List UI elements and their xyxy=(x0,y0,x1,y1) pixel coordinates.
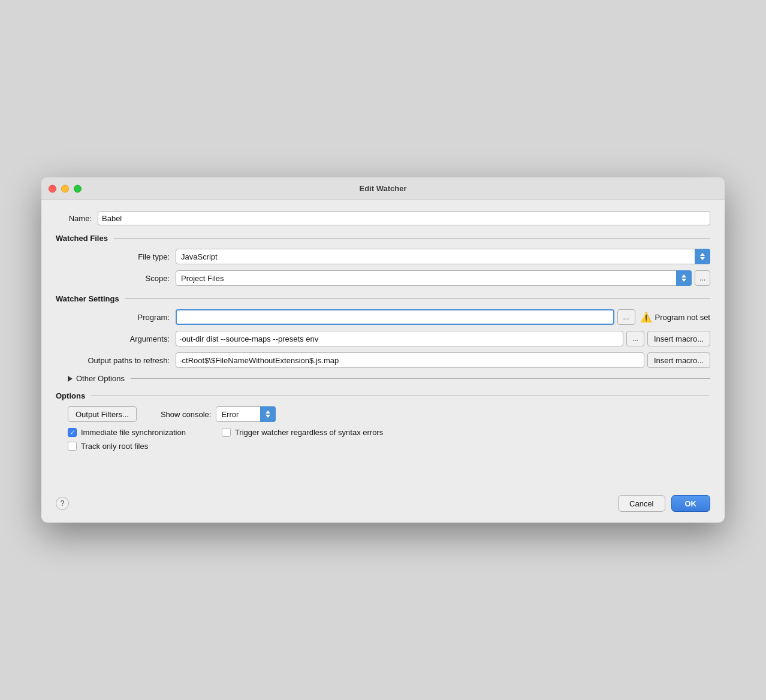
warning-text: Program not set xyxy=(655,313,711,322)
options-divider xyxy=(91,396,710,396)
program-dots-button[interactable]: ... xyxy=(617,309,635,325)
arguments-dots-button[interactable]: ... xyxy=(626,331,644,346)
other-options-divider xyxy=(131,378,710,379)
trigger-watcher-label: Trigger watcher regardless of syntax err… xyxy=(235,428,383,437)
options-section: Options Output Filters... Show console: … xyxy=(56,391,710,455)
warning-icon: ⚠️ xyxy=(640,312,652,323)
watcher-settings-header: Watcher Settings xyxy=(56,294,710,303)
name-input[interactable] xyxy=(98,211,710,225)
warning-area: ⚠️ Program not set xyxy=(640,312,711,323)
titlebar: Edit Watcher xyxy=(41,177,725,200)
immediate-sync-label: Immediate file synchronization xyxy=(81,428,186,437)
bottom-bar: ? Cancel OK xyxy=(41,485,725,523)
program-row: Program: ... ⚠️ Program not set xyxy=(68,309,710,325)
output-filters-button[interactable]: Output Filters... xyxy=(68,406,137,422)
watched-files-body: File type: JavaScript Scope: Project F xyxy=(56,249,710,286)
track-root-row: Track only root files xyxy=(68,442,186,451)
name-row: Name: xyxy=(56,211,710,225)
help-button[interactable]: ? xyxy=(56,497,69,510)
show-console-area: Show console: Always Error Never xyxy=(161,406,276,422)
right-checkboxes: Trigger watcher regardless of syntax err… xyxy=(222,428,383,455)
scope-select-wrapper: Project Files xyxy=(176,270,692,286)
other-options-label[interactable]: Other Options xyxy=(76,374,125,383)
output-paths-label: Output paths to refresh: xyxy=(68,356,170,365)
trigger-watcher-checkbox[interactable] xyxy=(222,428,231,437)
watched-files-header: Watched Files xyxy=(56,234,710,243)
traffic-lights xyxy=(49,185,82,192)
track-root-label: Track only root files xyxy=(81,442,148,451)
maximize-button[interactable] xyxy=(74,185,82,192)
file-type-select[interactable]: JavaScript xyxy=(176,249,710,264)
close-button[interactable] xyxy=(49,185,56,192)
file-type-select-wrapper: JavaScript xyxy=(176,249,710,264)
checkboxes-area: ✓ Immediate file synchronization Track o… xyxy=(68,428,710,455)
console-select[interactable]: Always Error Never xyxy=(216,406,276,422)
watcher-settings-title: Watcher Settings xyxy=(56,294,119,303)
bottom-right-buttons: Cancel OK xyxy=(618,495,710,512)
arguments-insert-macro-button[interactable]: Insert macro... xyxy=(647,331,710,346)
other-options-row[interactable]: Other Options xyxy=(56,374,710,383)
track-root-checkbox[interactable] xyxy=(68,442,77,451)
program-label: Program: xyxy=(68,313,170,322)
main-window: Edit Watcher Name: Watched Files File ty… xyxy=(41,177,725,523)
content-area: Name: Watched Files File type: JavaScrip… xyxy=(41,200,725,467)
window-title: Edit Watcher xyxy=(360,184,407,193)
options-header: Options xyxy=(56,391,710,400)
other-options-triangle[interactable] xyxy=(68,376,73,382)
watcher-settings-body: Program: ... ⚠️ Program not set Argument… xyxy=(56,309,710,368)
scope-select[interactable]: Project Files xyxy=(176,270,692,286)
immediate-sync-row: ✓ Immediate file synchronization xyxy=(68,428,186,437)
watcher-settings-divider xyxy=(125,298,710,299)
options-body: Output Filters... Show console: Always E… xyxy=(56,406,710,455)
cancel-button[interactable]: Cancel xyxy=(618,495,665,512)
options-title: Options xyxy=(56,391,85,400)
minimize-button[interactable] xyxy=(61,185,69,192)
program-input[interactable] xyxy=(176,309,614,325)
console-select-wrapper: Always Error Never xyxy=(216,406,276,422)
output-paths-insert-macro-button[interactable]: Insert macro... xyxy=(647,352,710,368)
name-label: Name: xyxy=(56,214,92,223)
file-type-label: File type: xyxy=(68,252,170,261)
show-console-label: Show console: xyxy=(161,410,212,419)
left-checkboxes: ✓ Immediate file synchronization Track o… xyxy=(68,428,186,455)
scope-row: Scope: Project Files ... xyxy=(68,270,710,286)
output-paths-row: Output paths to refresh: Insert macro... xyxy=(68,352,710,368)
checkmark-icon: ✓ xyxy=(70,430,75,436)
options-row1: Output Filters... Show console: Always E… xyxy=(68,406,710,422)
ok-button[interactable]: OK xyxy=(671,495,711,512)
watched-files-title: Watched Files xyxy=(56,234,108,243)
arguments-label: Arguments: xyxy=(68,334,170,343)
output-paths-input[interactable] xyxy=(176,352,644,368)
scope-dots-button[interactable]: ... xyxy=(695,270,710,286)
scope-label: Scope: xyxy=(68,274,170,283)
immediate-sync-checkbox[interactable]: ✓ xyxy=(68,428,77,437)
arguments-input[interactable] xyxy=(176,331,623,346)
arguments-row: Arguments: ... Insert macro... xyxy=(68,331,710,346)
trigger-watcher-row: Trigger watcher regardless of syntax err… xyxy=(222,428,383,437)
file-type-row: File type: JavaScript xyxy=(68,249,710,264)
watched-files-divider xyxy=(114,238,710,239)
